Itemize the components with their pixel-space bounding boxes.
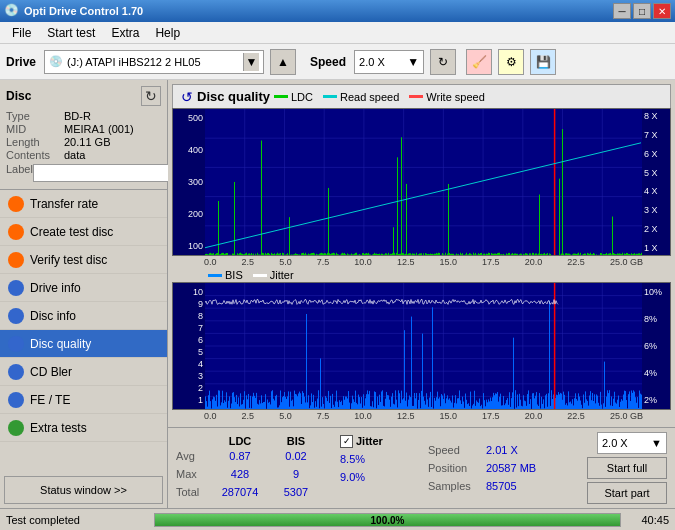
minimize-button[interactable]: ─ xyxy=(613,3,631,19)
yr1-3x: 3 X xyxy=(644,205,668,215)
sidebar-label-extra-tests: Extra tests xyxy=(30,421,87,435)
speed-select-main[interactable]: 2.0 X ▼ xyxy=(597,432,667,454)
max-label: Max xyxy=(176,468,212,480)
jitter-stats: ✓ Jitter 8.5% 9.0% xyxy=(340,432,420,504)
avg-position: 20587 MB xyxy=(486,462,536,474)
menu-extra[interactable]: Extra xyxy=(103,24,147,42)
sidebar-item-extra-tests[interactable]: Extra tests xyxy=(0,414,167,442)
sidebar-item-disc-quality[interactable]: Disc quality xyxy=(0,330,167,358)
speed-label: Speed xyxy=(310,55,346,69)
start-full-button[interactable]: Start full xyxy=(587,457,667,479)
drive-select[interactable]: 💿 (J:) ATAPI iHBS212 2 HL05 ▼ xyxy=(44,50,264,74)
y1-500: 500 xyxy=(175,113,203,123)
close-button[interactable]: ✕ xyxy=(653,3,671,19)
sidebar-label-create-test-disc: Create test disc xyxy=(30,225,113,239)
read-speed-legend-label: Read speed xyxy=(340,91,399,103)
sidebar-item-create-test-disc[interactable]: Create test disc xyxy=(0,218,167,246)
clear-button[interactable]: 🧹 xyxy=(466,49,492,75)
fe-te-icon xyxy=(8,392,24,408)
menu-file[interactable]: File xyxy=(4,24,39,42)
contents-value: data xyxy=(64,149,85,161)
refresh-button[interactable]: ↻ xyxy=(430,49,456,75)
main-layout: Disc ↻ Type BD-R MID MEIRA1 (001) Length… xyxy=(0,80,675,508)
main-content: ↺ Disc quality LDC Read speed Write spee… xyxy=(168,80,675,508)
create-test-disc-icon xyxy=(8,224,24,240)
titlebar-buttons: ─ □ ✕ xyxy=(613,3,671,19)
length-value: 20.11 GB xyxy=(64,136,110,148)
contents-label: Contents xyxy=(6,149,64,161)
save-button[interactable]: 💾 xyxy=(530,49,556,75)
start-part-button[interactable]: Start part xyxy=(587,482,667,504)
sidebar-item-cd-bler[interactable]: CD Bler xyxy=(0,358,167,386)
disc-quality-icon xyxy=(8,336,24,352)
mid-value: MEIRA1 (001) xyxy=(64,123,134,135)
bis-header: BIS xyxy=(268,435,324,447)
time-label: 40:45 xyxy=(629,514,669,526)
maximize-button[interactable]: □ xyxy=(633,3,651,19)
sidebar-item-verify-test-disc[interactable]: Verify test disc xyxy=(0,246,167,274)
sidebar-item-disc-info[interactable]: Disc info xyxy=(0,302,167,330)
jitter-checkbox[interactable]: ✓ xyxy=(340,435,353,448)
yr1-4x: 4 X xyxy=(644,186,668,196)
sidebar-item-drive-info[interactable]: Drive info xyxy=(0,274,167,302)
speed-select[interactable]: 2.0 X ▼ xyxy=(354,50,424,74)
yr1-7x: 7 X xyxy=(644,130,668,140)
bis-legend-label: BIS xyxy=(225,269,243,281)
bis-jitter-chart xyxy=(205,283,642,409)
label-input[interactable] xyxy=(33,164,177,182)
ldc-stats: LDC BIS Avg 0.87 0.02 Max 428 9 Total 28… xyxy=(176,435,336,501)
app-title: Opti Drive Control 1.70 xyxy=(24,5,613,17)
disc-info-panel: Disc ↻ Type BD-R MID MEIRA1 (001) Length… xyxy=(0,80,167,190)
drive-label: Drive xyxy=(6,55,36,69)
bis-legend-color xyxy=(208,274,222,277)
jitter-legend-label: Jitter xyxy=(270,269,294,281)
avg-ldc: 0.87 xyxy=(212,450,268,462)
disc-refresh-button[interactable]: ↻ xyxy=(141,86,161,106)
disc-info-icon xyxy=(8,308,24,324)
y1-400: 400 xyxy=(175,145,203,155)
sidebar-menu: Transfer rate Create test disc Verify te… xyxy=(0,190,167,472)
ldc-header: LDC xyxy=(212,435,268,447)
samples-value: 85705 xyxy=(486,480,517,492)
speed-value: 2.0 X xyxy=(359,56,407,68)
jitter-legend-color xyxy=(253,274,267,277)
legend-top: LDC Read speed Write speed xyxy=(274,91,485,103)
mid-label: MID xyxy=(6,123,64,135)
jitter-legend: Jitter xyxy=(253,269,294,281)
verify-test-disc-icon xyxy=(8,252,24,268)
label-input-area: ⚙ xyxy=(33,164,188,182)
transfer-rate-icon xyxy=(8,196,24,212)
max-jitter: 9.0% xyxy=(340,471,365,483)
menu-start-test[interactable]: Start test xyxy=(39,24,103,42)
drive-dropdown-arrow[interactable]: ▼ xyxy=(243,53,259,71)
menubar: File Start test Extra Help xyxy=(0,22,675,44)
ldc-legend-label: LDC xyxy=(291,91,313,103)
sidebar-item-fe-te[interactable]: FE / TE xyxy=(0,386,167,414)
sidebar-label-fe-te: FE / TE xyxy=(30,393,70,407)
speed-select-value: 2.0 X xyxy=(602,437,651,449)
drive-select-text: (J:) ATAPI iHBS212 2 HL05 xyxy=(67,56,243,68)
y1-300: 300 xyxy=(175,177,203,187)
sidebar-label-drive-info: Drive info xyxy=(30,281,81,295)
avg-jitter: 8.5% xyxy=(340,453,365,465)
avg-bis: 0.02 xyxy=(268,450,324,462)
sidebar-label-cd-bler: CD Bler xyxy=(30,365,72,379)
status-window-button[interactable]: Status window >> xyxy=(4,476,163,504)
sidebar-label-verify-test-disc: Verify test disc xyxy=(30,253,107,267)
stats-panel: LDC BIS Avg 0.87 0.02 Max 428 9 Total 28… xyxy=(168,427,675,508)
max-bis: 9 xyxy=(268,468,324,480)
settings-button[interactable]: ⚙ xyxy=(498,49,524,75)
speed-pos-stats: Speed 2.01 X Position 20587 MB Samples 8… xyxy=(428,441,568,495)
write-speed-legend-label: Write speed xyxy=(426,91,485,103)
length-label: Length xyxy=(6,136,64,148)
y1-100: 100 xyxy=(175,241,203,251)
eject-button[interactable]: ▲ xyxy=(270,49,296,75)
total-ldc: 287074 xyxy=(212,486,268,498)
type-value: BD-R xyxy=(64,110,91,122)
disc-label-label: Label xyxy=(6,163,33,182)
menu-help[interactable]: Help xyxy=(147,24,188,42)
total-bis: 5307 xyxy=(268,486,324,498)
sidebar-item-transfer-rate[interactable]: Transfer rate xyxy=(0,190,167,218)
avg-speed: 2.01 X xyxy=(486,444,518,456)
toolbar: Drive 💿 (J:) ATAPI iHBS212 2 HL05 ▼ ▲ Sp… xyxy=(0,44,675,80)
